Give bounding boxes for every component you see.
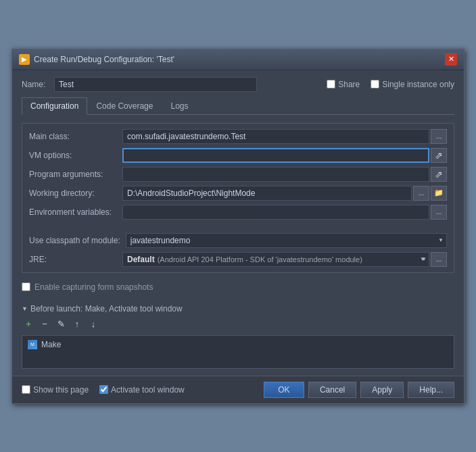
tab-code-coverage[interactable]: Code Coverage: [87, 97, 162, 114]
env-vars-browse-button[interactable]: ...: [431, 205, 447, 220]
classpath-row: Use classpath of module: javatestrundemo: [29, 233, 447, 248]
before-launch-title: Before launch: Make, Activate tool windo…: [30, 304, 183, 313]
vm-options-input[interactable]: [122, 148, 429, 163]
env-vars-wrapper: ...: [122, 205, 447, 220]
main-class-row: Main class: ...: [29, 129, 447, 144]
program-args-wrapper: ⇗: [122, 167, 447, 182]
close-button[interactable]: ✕: [445, 53, 457, 66]
classpath-select[interactable]: javatestrundemo: [126, 233, 447, 248]
classpath-label: Use classpath of module:: [29, 236, 120, 245]
before-launch-add-button[interactable]: +: [22, 318, 35, 331]
jre-sub-text: (Android API 204 Platform - SDK of 'java…: [158, 255, 362, 263]
bottom-checkboxes: Show this page Activate tool window: [22, 385, 185, 395]
vm-options-row: VM options: ⇗: [29, 148, 447, 163]
program-args-row: Program arguments: ⇗: [29, 167, 447, 182]
before-launch-edit-button[interactable]: ✎: [54, 318, 68, 331]
tabs: Configuration Code Coverage Logs: [22, 97, 454, 115]
jre-label: JRE:: [29, 255, 117, 264]
before-launch-up-button[interactable]: ↑: [70, 318, 84, 331]
checkboxes-row: Share Single instance only: [327, 80, 454, 89]
name-row: Name: Share Single instance only: [22, 77, 454, 92]
working-dir-folder-button[interactable]: 📁: [431, 186, 447, 201]
env-vars-input[interactable]: [122, 205, 429, 220]
single-instance-checkbox-label[interactable]: Single instance only: [371, 80, 454, 89]
main-class-browse-button[interactable]: ...: [431, 129, 447, 144]
form-section: Main class: ... VM options: ⇗ Program ar…: [22, 123, 454, 273]
apply-button[interactable]: Apply: [360, 382, 404, 398]
activate-window-label[interactable]: Activate tool window: [99, 385, 185, 395]
jre-browse-button[interactable]: ...: [431, 252, 447, 267]
dialog: ▶ Create Run/Debug Configuration: 'Test'…: [11, 49, 465, 404]
bottom-bar: Show this page Activate tool window OK C…: [12, 376, 464, 403]
title-bar: ▶ Create Run/Debug Configuration: 'Test'…: [12, 49, 464, 70]
name-label: Name:: [22, 80, 49, 89]
list-item: M Make: [25, 338, 451, 351]
make-icon: M: [28, 340, 37, 349]
jre-default-text: Default: [127, 255, 155, 264]
main-class-wrapper: ...: [122, 129, 447, 144]
dialog-title: Create Run/Debug Configuration: 'Test': [34, 55, 174, 64]
before-launch-toolbar: + − ✎ ↑ ↓: [22, 316, 454, 332]
classpath-select-wrapper: javatestrundemo: [126, 233, 447, 248]
before-launch-down-button[interactable]: ↓: [87, 318, 100, 331]
activate-window-text: Activate tool window: [111, 385, 185, 395]
working-dir-label: Working directory:: [29, 189, 117, 198]
cancel-button[interactable]: Cancel: [308, 382, 356, 398]
working-dir-input[interactable]: [122, 186, 412, 201]
vm-options-expand-button[interactable]: ⇗: [431, 148, 447, 163]
snapshot-label: Enable capturing form snapshots: [34, 282, 153, 292]
before-launch-remove-button[interactable]: −: [38, 318, 51, 331]
show-page-text: Show this page: [33, 385, 89, 395]
working-dir-wrapper: ... 📁: [122, 186, 447, 201]
help-button[interactable]: Help...: [408, 382, 454, 398]
before-launch-triangle: ▼: [22, 305, 28, 312]
bottom-buttons: OK Cancel Apply Help...: [264, 382, 454, 398]
ok-button[interactable]: OK: [264, 382, 304, 398]
before-launch-list: M Make: [22, 335, 454, 369]
main-class-input[interactable]: [122, 129, 429, 144]
before-launch-header: ▼ Before launch: Make, Activate tool win…: [22, 304, 454, 313]
program-args-expand-button[interactable]: ⇗: [431, 167, 447, 182]
working-dir-row: Working directory: ... 📁: [29, 186, 447, 201]
snapshot-checkbox[interactable]: [22, 282, 30, 291]
env-vars-label: Environment variables:: [29, 207, 117, 217]
vm-options-label: VM options:: [29, 151, 117, 160]
before-launch-section: ▼ Before launch: Make, Activate tool win…: [22, 304, 454, 369]
share-checkbox-label[interactable]: Share: [327, 80, 360, 89]
jre-row: JRE: Default (Android API 204 Platform -…: [29, 252, 447, 267]
app-icon: ▶: [19, 54, 30, 65]
snapshot-row: Enable capturing form snapshots: [22, 278, 454, 296]
share-checkbox[interactable]: [327, 80, 335, 89]
tab-configuration[interactable]: Configuration: [22, 97, 87, 115]
share-label: Share: [338, 80, 360, 89]
main-class-label: Main class:: [29, 132, 117, 141]
working-dir-browse-button[interactable]: ...: [413, 186, 429, 201]
single-instance-checkbox[interactable]: [371, 80, 379, 89]
jre-dropdown-icon: ▼: [420, 256, 425, 262]
name-input[interactable]: [54, 77, 257, 92]
title-bar-left: ▶ Create Run/Debug Configuration: 'Test': [19, 54, 174, 65]
jre-display: Default (Android API 204 Platform - SDK …: [122, 252, 429, 267]
show-page-label[interactable]: Show this page: [22, 385, 89, 395]
program-args-input[interactable]: [122, 167, 429, 182]
single-instance-label: Single instance only: [382, 80, 454, 89]
tab-logs[interactable]: Logs: [162, 97, 197, 114]
make-label: Make: [41, 340, 61, 349]
program-args-label: Program arguments:: [29, 170, 117, 179]
dialog-body: Name: Share Single instance only Configu…: [12, 70, 464, 376]
show-page-checkbox[interactable]: [22, 385, 30, 394]
env-vars-row: Environment variables: ...: [29, 205, 447, 220]
jre-select-wrapper: Default (Android API 204 Platform - SDK …: [122, 252, 447, 267]
activate-window-checkbox[interactable]: [99, 385, 108, 394]
vm-options-wrapper: ⇗: [122, 148, 447, 163]
